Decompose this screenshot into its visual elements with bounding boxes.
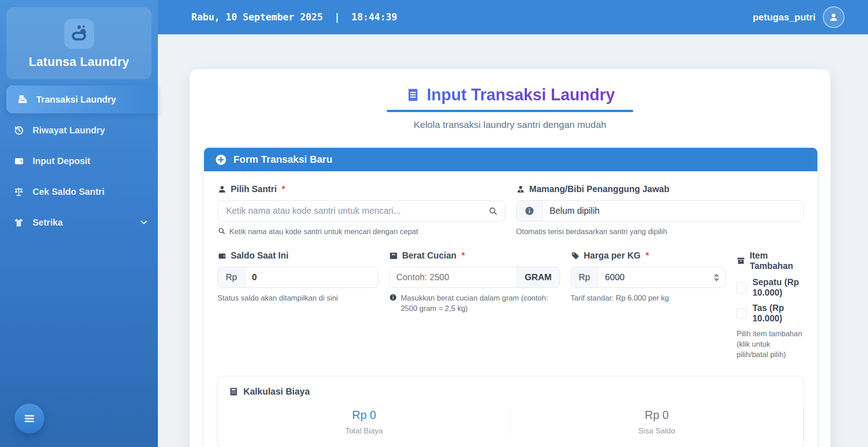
page-subtitle: Kelola transaksi laundry santri dengan m… — [190, 119, 830, 130]
page-title: Input Transaksi Laundry — [190, 85, 830, 104]
info-circle-icon — [517, 201, 543, 221]
user-avatar[interactable] — [823, 6, 844, 28]
sidebar: Latunsa Laundry Transaksi Laundry — [0, 0, 158, 447]
user-icon — [218, 185, 227, 194]
kalkulasi-title: Kalkulasi Biaya — [218, 386, 803, 397]
number-spinner[interactable] — [714, 273, 719, 282]
sidebar-nav: Transaksi Laundry Riwayat Laundry — [0, 85, 158, 236]
spinner-up-icon[interactable] — [714, 273, 719, 277]
total-biaya-block: Rp 0 Total Biaya — [218, 408, 511, 437]
checkbox-tas[interactable] — [736, 308, 747, 319]
currency-prefix: Rp — [218, 267, 245, 287]
saldo-helper: Status saldo akan ditampilkan di sini — [218, 293, 378, 303]
form-header: Form Transaksi Baru — [204, 148, 817, 171]
menu-toggle-button[interactable] — [14, 404, 44, 433]
tshirt-icon — [13, 217, 25, 228]
checkbox-sepatu[interactable] — [736, 282, 747, 293]
sidebar-item-label: Riwayat Laundry — [33, 125, 105, 136]
topbar: Rabu, 10 September 2025 | 18:44:39 petug… — [158, 0, 868, 34]
search-icon — [488, 206, 498, 216]
sidebar-item-cek-saldo-santri[interactable]: Cek Saldo Santri — [0, 178, 158, 206]
history-icon — [13, 125, 25, 136]
user-tie-icon — [516, 185, 525, 194]
sidebar-item-label: Setrika — [33, 217, 63, 228]
required-mark: * — [461, 250, 465, 261]
sisa-saldo-value: Rp 0 — [511, 409, 803, 422]
spinner-down-icon[interactable] — [714, 278, 719, 282]
chevron-down-icon — [139, 217, 149, 227]
search-icon — [218, 227, 226, 235]
cash-register-icon — [16, 94, 28, 105]
total-biaya-value: Rp 0 — [218, 409, 510, 422]
sidebar-item-label: Cek Saldo Santri — [33, 187, 104, 197]
sisa-saldo-label: Sisa Saldo — [511, 427, 803, 436]
brand-name: Latunsa Laundry — [11, 55, 147, 69]
required-mark: * — [282, 184, 285, 194]
saldo-input[interactable] — [245, 267, 378, 287]
form-header-title: Form Transaksi Baru — [233, 154, 332, 165]
berat-input[interactable] — [389, 267, 517, 287]
box-icon — [736, 256, 745, 265]
penanggung-helper: Otomatis terisi berdasarkan santri yang … — [516, 226, 804, 237]
username: petugas_putri — [753, 12, 816, 23]
field-pilih-santri: Pilih Santri * — [218, 183, 505, 237]
form-body: Pilih Santri * — [204, 171, 817, 447]
tag-icon — [571, 251, 580, 260]
balance-scale-icon — [13, 186, 25, 198]
penanggung-jawab-input[interactable] — [543, 201, 803, 221]
sidebar-item-transaksi-laundry[interactable]: Transaksi Laundry — [6, 85, 158, 113]
plus-circle-icon — [215, 154, 227, 166]
calculator-icon — [229, 387, 238, 396]
sidebar-item-input-deposit[interactable]: Input Deposit — [0, 147, 158, 175]
item-option-sepatu: Sepatu (Rp 10.000) — [736, 277, 804, 298]
sidebar-item-label: Input Deposit — [33, 156, 90, 166]
title-underline — [387, 110, 633, 112]
datetime-display: Rabu, 10 September 2025 | 18:44:39 — [191, 12, 397, 23]
field-label: Saldo Saat Ini — [218, 250, 378, 261]
field-berat: Berat Cucian * GRAM — [389, 249, 560, 360]
receipt-icon — [405, 87, 421, 103]
field-label: Mamang/Bibi Penanggung Jawab — [516, 184, 804, 194]
harga-input[interactable] — [598, 267, 725, 287]
field-label: Berat Cucian * — [389, 250, 560, 261]
santri-search-input[interactable] — [218, 200, 505, 221]
kalkulasi-biaya-card: Kalkulasi Biaya Rp 0 Total Biaya Rp 0 Si… — [218, 376, 804, 447]
hamburger-menu-icon — [23, 412, 36, 425]
field-saldo: Saldo Saat Ini Rp Status saldo akan dita… — [218, 249, 378, 360]
field-label: Item Tambahan — [736, 250, 804, 271]
sidebar-item-setrika[interactable]: Setrika — [0, 208, 158, 236]
sidebar-item-label: Transaksi Laundry — [36, 94, 116, 105]
sisa-saldo-block: Rp 0 Sisa Saldo — [511, 408, 803, 437]
sidebar-item-riwayat-laundry[interactable]: Riwayat Laundry — [0, 116, 158, 144]
item-helper: Pilih item tambahan (klik untuk pilih/ba… — [736, 329, 804, 360]
berat-helper: Masukkan berat cucian dalam gram (contoh… — [389, 293, 560, 314]
brand-card: Latunsa Laundry — [6, 7, 152, 79]
field-harga: Harga per KG * Rp — [571, 249, 726, 360]
total-biaya-label: Total Biaya — [218, 427, 510, 436]
main-area: Rabu, 10 September 2025 | 18:44:39 petug… — [158, 0, 868, 447]
user-icon — [827, 11, 840, 24]
app-root: Latunsa Laundry Transaksi Laundry — [0, 0, 868, 447]
field-penanggung-jawab: Mamang/Bibi Penanggung Jawab — [516, 183, 804, 237]
required-mark: * — [645, 250, 649, 261]
field-item-tambahan: Item Tambahan Sepatu (Rp 10.000) Tas (Rp… — [736, 249, 804, 360]
santri-helper: Ketik nama atau kode santri untuk mencar… — [218, 226, 505, 237]
content-area: Input Transaksi Laundry Kelola transaksi… — [158, 34, 868, 447]
main-card: Input Transaksi Laundry Kelola transaksi… — [190, 69, 830, 447]
form-transaksi-card: Form Transaksi Baru — [204, 147, 818, 447]
field-label: Pilih Santri * — [218, 184, 505, 194]
soap-icon — [64, 19, 94, 49]
item-option-tas: Tas (Rp 10.000) — [736, 303, 804, 324]
field-label: Harga per KG * — [571, 250, 726, 261]
page-title-text: Input Transaksi Laundry — [427, 85, 615, 104]
currency-prefix: Rp — [571, 267, 598, 287]
user-area: petugas_putri — [753, 6, 844, 28]
gram-suffix: GRAM — [517, 267, 560, 287]
info-circle-icon — [389, 293, 397, 301]
page-head: Input Transaksi Laundry Kelola transaksi… — [190, 85, 830, 130]
harga-helper: Tarif standar: Rp 6.000 per kg — [571, 293, 726, 303]
weight-scale-icon — [389, 251, 398, 260]
wallet-icon — [13, 155, 25, 166]
wallet-icon — [218, 251, 227, 260]
kalkulasi-values: Rp 0 Total Biaya Rp 0 Sisa Saldo — [218, 408, 803, 437]
